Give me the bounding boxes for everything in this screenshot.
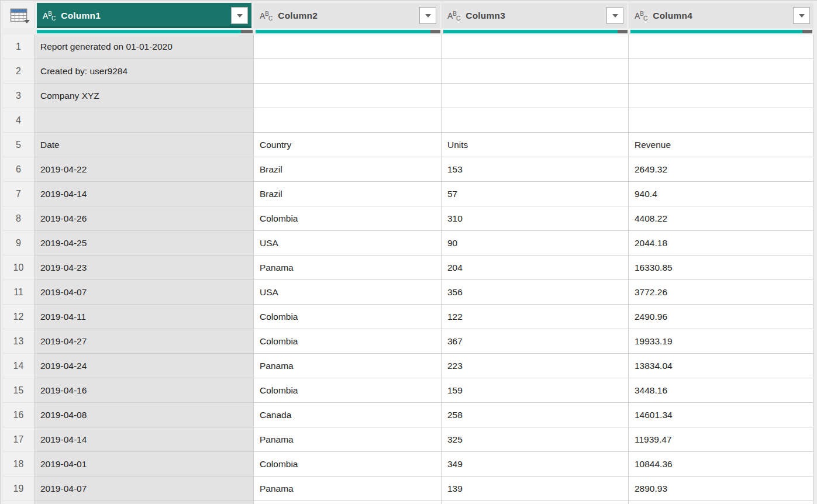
row-number[interactable]: 8: [3, 206, 35, 231]
cell[interactable]: [254, 34, 442, 59]
cell[interactable]: 3772.26: [629, 280, 813, 305]
cell[interactable]: 223: [442, 354, 629, 378]
cell[interactable]: 2019-04-01: [35, 452, 254, 477]
cell[interactable]: [254, 108, 442, 133]
filter-button[interactable]: [231, 7, 248, 24]
cell[interactable]: [442, 59, 629, 84]
filter-button[interactable]: [793, 7, 810, 24]
cell[interactable]: [629, 59, 813, 84]
row-number[interactable]: 18: [3, 452, 35, 477]
cell[interactable]: 4408.22: [629, 206, 813, 231]
cell[interactable]: Canada: [254, 403, 442, 427]
cell[interactable]: Panama: [254, 354, 442, 378]
row-number[interactable]: 2: [3, 59, 35, 84]
cell[interactable]: [442, 501, 629, 504]
column-header-column1[interactable]: ABC Column1: [37, 3, 251, 28]
cell[interactable]: 153: [442, 157, 629, 182]
cell[interactable]: 2019-04-24: [35, 354, 254, 378]
cell[interactable]: 2019-04-14: [35, 182, 254, 206]
row-number[interactable]: 16: [3, 403, 35, 427]
cell[interactable]: Panama: [254, 477, 442, 501]
row-number[interactable]: 1: [3, 34, 35, 59]
cell[interactable]: [442, 34, 629, 59]
cell[interactable]: Colombia: [254, 206, 442, 231]
cell[interactable]: 367: [442, 329, 629, 354]
row-number[interactable]: 14: [3, 354, 35, 378]
cell[interactable]: Created by: user9284: [35, 59, 254, 84]
cell[interactable]: USA: [254, 231, 442, 256]
cell[interactable]: 10844.36: [629, 452, 813, 477]
cell[interactable]: 258: [442, 403, 629, 427]
row-number[interactable]: 6: [3, 157, 35, 182]
cell[interactable]: 204: [442, 256, 629, 280]
cell[interactable]: Brazil: [254, 182, 442, 206]
cell[interactable]: [35, 108, 254, 133]
cell[interactable]: Colombia: [254, 329, 442, 354]
cell[interactable]: Brazil: [254, 157, 442, 182]
cell[interactable]: 2019-04-07: [35, 280, 254, 305]
filter-button[interactable]: [606, 7, 623, 24]
cell[interactable]: 2019-04-23: [35, 256, 254, 280]
row-number[interactable]: 3: [3, 84, 35, 108]
cell[interactable]: [629, 501, 813, 504]
cell[interactable]: [442, 84, 629, 108]
cell[interactable]: 90: [442, 231, 629, 256]
cell[interactable]: 356: [442, 280, 629, 305]
cell[interactable]: Company XYZ: [35, 84, 254, 108]
cell[interactable]: 2019-04-11: [35, 305, 254, 329]
row-number[interactable]: [3, 501, 35, 504]
table-menu-button[interactable]: [3, 3, 35, 28]
cell[interactable]: 349: [442, 452, 629, 477]
cell[interactable]: 14601.34: [629, 403, 813, 427]
row-number[interactable]: 10: [3, 256, 35, 280]
cell[interactable]: Colombia: [254, 378, 442, 403]
cell[interactable]: Colombia: [254, 305, 442, 329]
cell[interactable]: 2019-04-27: [35, 329, 254, 354]
cell[interactable]: Units: [442, 133, 629, 157]
cell[interactable]: Report generated on 01-01-2020: [35, 34, 254, 59]
column-header-column3[interactable]: ABC Column3: [442, 3, 627, 28]
row-number[interactable]: 5: [3, 133, 35, 157]
row-number[interactable]: 12: [3, 305, 35, 329]
cell[interactable]: [629, 34, 813, 59]
cell[interactable]: 139: [442, 477, 629, 501]
cell[interactable]: [35, 501, 254, 504]
row-number[interactable]: 4: [3, 108, 35, 133]
cell[interactable]: [254, 84, 442, 108]
cell[interactable]: 2019-04-22: [35, 157, 254, 182]
cell[interactable]: 2649.32: [629, 157, 813, 182]
cell[interactable]: 2019-04-25: [35, 231, 254, 256]
cell[interactable]: 940.4: [629, 182, 813, 206]
column-header-column2[interactable]: ABC Column2: [254, 3, 440, 28]
cell[interactable]: 2019-04-08: [35, 403, 254, 427]
cell[interactable]: 2490.96: [629, 305, 813, 329]
cell[interactable]: Panama: [254, 256, 442, 280]
cell[interactable]: [442, 108, 629, 133]
column-header-column4[interactable]: ABC Column4: [629, 3, 813, 28]
filter-button[interactable]: [419, 7, 436, 24]
cell[interactable]: 310: [442, 206, 629, 231]
cell[interactable]: Date: [35, 133, 254, 157]
cell[interactable]: 13834.04: [629, 354, 813, 378]
row-number[interactable]: 13: [3, 329, 35, 354]
row-number[interactable]: 11: [3, 280, 35, 305]
row-number[interactable]: 19: [3, 477, 35, 501]
cell[interactable]: 11939.47: [629, 427, 813, 452]
row-number[interactable]: 9: [3, 231, 35, 256]
cell[interactable]: 325: [442, 427, 629, 452]
cell[interactable]: [254, 501, 442, 504]
cell[interactable]: 2890.93: [629, 477, 813, 501]
cell[interactable]: 2019-04-14: [35, 427, 254, 452]
row-number[interactable]: 7: [3, 182, 35, 206]
cell[interactable]: 3448.16: [629, 378, 813, 403]
cell[interactable]: 57: [442, 182, 629, 206]
cell[interactable]: 2019-04-26: [35, 206, 254, 231]
cell[interactable]: 19933.19: [629, 329, 813, 354]
cell[interactable]: 159: [442, 378, 629, 403]
cell[interactable]: 2019-04-16: [35, 378, 254, 403]
row-number[interactable]: 17: [3, 427, 35, 452]
cell[interactable]: 2019-04-07: [35, 477, 254, 501]
cell[interactable]: Country: [254, 133, 442, 157]
cell[interactable]: 2044.18: [629, 231, 813, 256]
cell[interactable]: Colombia: [254, 452, 442, 477]
